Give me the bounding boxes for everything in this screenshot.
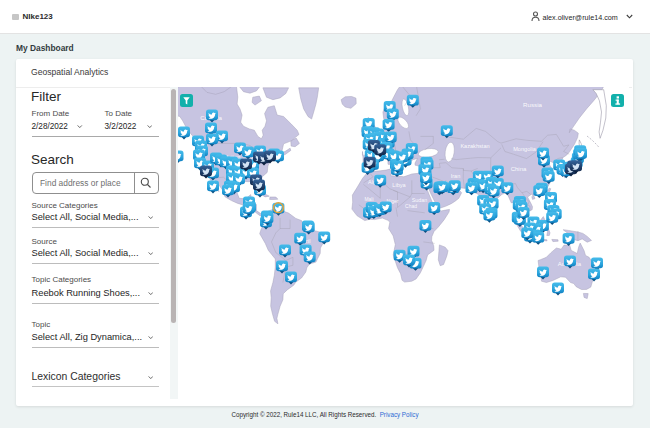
- svg-text:Mali: Mali: [364, 196, 373, 202]
- svg-text:Iran: Iran: [451, 173, 461, 179]
- svg-text:China: China: [511, 166, 527, 172]
- svg-text:Libya: Libya: [392, 182, 406, 188]
- svg-text:Chad: Chad: [405, 203, 417, 209]
- svg-text:Mongolia: Mongolia: [513, 146, 537, 152]
- svg-text:Russia: Russia: [523, 101, 542, 108]
- svg-text:Kazakhstan: Kazakhstan: [460, 143, 489, 149]
